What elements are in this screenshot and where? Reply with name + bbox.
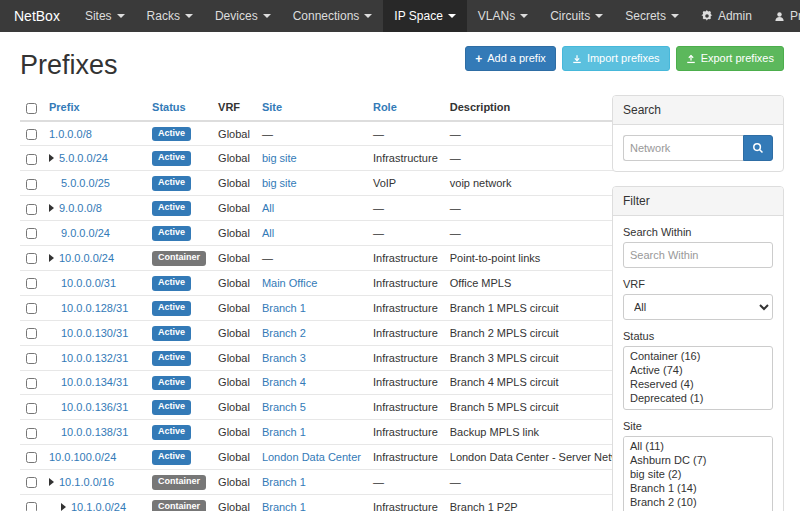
expand-arrow-icon[interactable] <box>61 503 66 511</box>
site-link[interactable]: Branch 5 <box>262 401 306 413</box>
filter-option[interactable]: Ashburn DC (7) <box>624 453 772 467</box>
row-checkbox[interactable] <box>26 378 37 389</box>
filter-option[interactable]: Container (16) <box>624 349 772 363</box>
empty-value: — <box>450 227 461 239</box>
prefix-link[interactable]: 10.0.0.138/31 <box>61 426 128 438</box>
table-row: 10.0.0.130/31ActiveGlobalBranch 2Infrast… <box>20 320 640 345</box>
column-header-site[interactable]: Site <box>256 95 367 121</box>
site-link[interactable]: Branch 1 <box>262 426 306 438</box>
prefix-link[interactable]: 10.0.0.130/31 <box>61 327 128 339</box>
vrf-filter-label: VRF <box>623 278 773 290</box>
row-checkbox[interactable] <box>26 129 37 140</box>
chevron-down-icon <box>263 14 271 18</box>
add-prefix-button[interactable]: + Add a prefix <box>465 46 556 71</box>
row-checkbox[interactable] <box>26 353 37 364</box>
checkbox-cell <box>20 121 43 146</box>
search-input[interactable] <box>623 135 743 161</box>
table-row: 10.0.0.136/31ActiveGlobalBranch 5Infrast… <box>20 395 640 420</box>
site-link[interactable]: big site <box>262 177 297 189</box>
nav-item-secrets[interactable]: Secrets <box>614 0 690 32</box>
prefix-link[interactable]: 10.0.0.134/31 <box>61 376 128 388</box>
prefix-link[interactable]: 1.0.0.0/8 <box>49 128 92 140</box>
column-header-prefix[interactable]: Prefix <box>43 95 146 121</box>
row-checkbox[interactable] <box>26 278 37 289</box>
row-checkbox[interactable] <box>26 502 37 511</box>
row-checkbox[interactable] <box>26 204 37 215</box>
site-link[interactable]: All <box>262 227 274 239</box>
site-link[interactable]: Branch 4 <box>262 376 306 388</box>
nav-item-admin[interactable]: Admin <box>690 0 763 32</box>
search-panel-title: Search <box>613 96 783 125</box>
vrf-filter-select[interactable]: All <box>623 294 773 320</box>
site-link[interactable]: Branch 2 <box>262 327 306 339</box>
app-brand[interactable]: NetBox <box>0 0 74 32</box>
vrf-cell: Global <box>212 221 256 246</box>
expand-arrow-icon[interactable] <box>49 154 54 162</box>
nav-item-ip-space[interactable]: IP Space <box>383 0 466 32</box>
chevron-down-icon <box>595 14 603 18</box>
site-link[interactable]: Branch 1 <box>262 302 306 314</box>
column-header-role[interactable]: Role <box>367 95 444 121</box>
prefix-link[interactable]: 5.0.0.0/25 <box>61 177 110 189</box>
site-link[interactable]: London Data Center <box>262 451 361 463</box>
filter-option[interactable]: Active (74) <box>624 363 772 377</box>
filter-option[interactable]: Branch 1 (14) <box>624 481 772 495</box>
checkbox-cell <box>20 295 43 320</box>
status-cell: Active <box>146 196 212 221</box>
row-checkbox[interactable] <box>26 303 37 314</box>
status-filter-listbox[interactable]: Container (16)Active (74)Reserved (4)Dep… <box>623 346 773 410</box>
prefix-link[interactable]: 10.0.100.0/24 <box>49 451 116 463</box>
row-checkbox[interactable] <box>26 328 37 339</box>
prefix-link[interactable]: 10.0.0.132/31 <box>61 352 128 364</box>
row-checkbox[interactable] <box>26 452 37 463</box>
nav-item-profile[interactable]: Profile <box>763 0 800 32</box>
checkbox-cell <box>20 270 43 295</box>
prefix-link[interactable]: 10.0.0.0/24 <box>59 252 114 264</box>
navbar-menu: SitesRacksDevicesConnectionsIP SpaceVLAN… <box>74 0 690 32</box>
prefix-link[interactable]: 10.0.0.0/31 <box>61 277 116 289</box>
filter-option[interactable]: Reserved (4) <box>624 377 772 391</box>
filter-option[interactable]: Deprecated (1) <box>624 391 772 405</box>
expand-arrow-icon[interactable] <box>49 478 54 486</box>
row-checkbox[interactable] <box>26 477 37 488</box>
prefix-link[interactable]: 10.1.0.0/16 <box>59 476 114 488</box>
row-checkbox[interactable] <box>26 403 37 414</box>
prefix-link[interactable]: 5.0.0.0/24 <box>59 152 108 164</box>
site-link[interactable]: All <box>262 202 274 214</box>
nav-item-connections[interactable]: Connections <box>282 0 384 32</box>
site-link[interactable]: Branch 1 <box>262 501 306 511</box>
prefix-link[interactable]: 10.0.0.128/31 <box>61 302 128 314</box>
expand-arrow-icon[interactable] <box>49 204 54 212</box>
row-checkbox[interactable] <box>26 428 37 439</box>
prefix-link[interactable]: 9.0.0.0/24 <box>61 227 110 239</box>
nav-item-circuits[interactable]: Circuits <box>539 0 614 32</box>
row-checkbox[interactable] <box>26 228 37 239</box>
export-prefixes-button[interactable]: Export prefixes <box>676 46 784 71</box>
column-header-status[interactable]: Status <box>146 95 212 121</box>
expand-arrow-icon[interactable] <box>49 254 54 262</box>
site-link[interactable]: big site <box>262 152 297 164</box>
search-within-input[interactable] <box>623 242 773 268</box>
nav-item-sites[interactable]: Sites <box>74 0 136 32</box>
site-link[interactable]: Branch 1 <box>262 476 306 488</box>
filter-option[interactable]: big site (2) <box>624 467 772 481</box>
nav-item-devices[interactable]: Devices <box>204 0 282 32</box>
row-checkbox[interactable] <box>26 179 37 190</box>
nav-item-vlans[interactable]: VLANs <box>467 0 539 32</box>
select-all-checkbox[interactable] <box>26 103 37 114</box>
row-checkbox[interactable] <box>26 154 37 165</box>
row-checkbox[interactable] <box>26 253 37 264</box>
filter-option[interactable]: Branch 2 (10) <box>624 495 772 509</box>
filter-option[interactable]: All (11) <box>624 439 772 453</box>
import-prefixes-button[interactable]: Import prefixes <box>562 46 670 71</box>
nav-item-racks[interactable]: Racks <box>136 0 204 32</box>
search-button[interactable] <box>743 135 773 161</box>
prefix-link[interactable]: 9.0.0.0/8 <box>59 202 102 214</box>
site-filter-listbox[interactable]: All (11)Ashburn DC (7)big site (2)Branch… <box>623 436 773 511</box>
prefix-link[interactable]: 10.1.0.0/24 <box>71 501 126 511</box>
table-row: 9.0.0.0/24ActiveGlobalAll—— <box>20 221 640 246</box>
site-link[interactable]: Main Office <box>262 277 317 289</box>
site-link[interactable]: Branch 3 <box>262 352 306 364</box>
prefix-link[interactable]: 10.0.0.136/31 <box>61 401 128 413</box>
description-cell: Branch 4 MPLS circuit <box>444 370 641 395</box>
